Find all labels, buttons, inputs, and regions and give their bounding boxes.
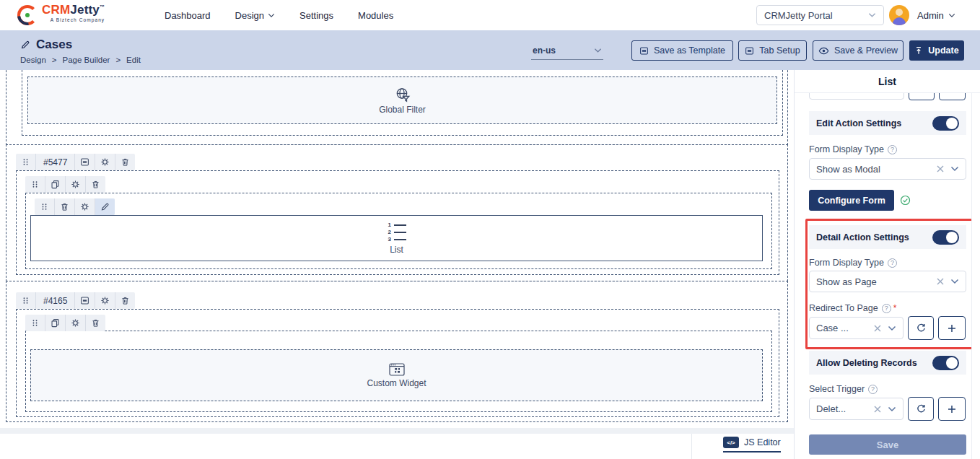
edit-title-pencil-icon[interactable] [20,40,30,50]
copy-icon [51,180,60,189]
refresh-pages-button[interactable] [908,316,934,340]
breadcrumb-separator: > [52,56,57,64]
refresh-icon [916,403,927,414]
crmjetty-logo-icon [17,5,38,25]
plus-icon [947,404,957,414]
chevron-down-icon[interactable] [888,406,896,412]
refresh-icon [916,323,927,333]
delete-column-button[interactable] [86,176,105,193]
redirect-to-page-select[interactable]: Case ... [809,317,904,339]
delete-widget-button[interactable] [55,198,75,215]
add-trigger-button[interactable] [938,397,966,421]
form-display-type-label: Form Display Type ? [809,144,897,154]
clear-icon[interactable] [873,405,882,414]
detail-action-settings-toggle[interactable] [932,230,959,245]
portal-select-value: CRMJetty Portal [764,10,868,21]
chevron-down-icon [594,48,602,53]
column-toolbar [25,176,105,193]
delete-block-button[interactable] [115,292,135,309]
pencil-icon [100,202,110,211]
column-settings-button[interactable] [66,176,86,193]
admin-menu[interactable]: Admin [917,0,955,30]
refresh-triggers-button[interactable] [908,397,934,421]
save-and-preview-button[interactable]: Save & Preview [813,40,904,61]
js-editor-button[interactable]: </> JS Editor [723,437,781,453]
select-trigger-select[interactable]: Delet... [809,398,904,420]
redirect-to-page-label: Redirect To Page ? * [809,303,896,313]
block-settings-button[interactable] [95,292,115,309]
nav-item-design[interactable]: Design [235,10,275,21]
drag-handle-icon[interactable] [16,292,36,309]
allow-deleting-records-toggle[interactable] [932,356,959,370]
breadcrumb: Design > Page Builder > Edit [20,56,141,64]
plus-icon [947,323,957,333]
form-display-type-label: Form Display Type ? [809,258,897,268]
panel-scrollbar[interactable] [971,70,980,459]
tab-setup-button[interactable]: Tab Setup [738,40,807,61]
save-block-button[interactable] [75,154,95,170]
widget-toolbar [35,198,115,215]
global-filter-widget[interactable]: Global Filter [27,76,777,124]
clear-icon[interactable] [873,324,882,333]
save-button[interactable]: Save [809,434,966,455]
configure-form-button[interactable]: Configure Form [809,190,894,211]
nav-item-settings[interactable]: Settings [299,10,333,21]
breadcrumb-design[interactable]: Design [20,56,46,64]
locale-value: en-us [533,45,556,56]
save-icon [639,46,649,56]
clear-icon[interactable] [936,277,945,286]
crmjetty-logo[interactable]: CRMJetty™ A Biztech Company [17,4,105,25]
nav-item-modules[interactable]: Modules [358,10,393,21]
edit-action-settings-toggle[interactable] [932,116,959,131]
nav-item-dashboard[interactable]: Dashboard [165,10,211,21]
form-display-type-select[interactable]: Show as Modal [809,158,966,180]
help-icon: ? [882,304,891,313]
chevron-down-icon[interactable] [950,166,959,172]
column-settings-button[interactable] [66,315,86,331]
delete-block-button[interactable] [115,154,135,170]
block-settings-button[interactable] [95,154,115,170]
copy-column-button[interactable] [45,176,66,193]
copy-column-button[interactable] [45,315,66,331]
upload-icon [914,46,923,55]
page-title: Cases [36,38,72,52]
trash-icon [121,296,130,305]
gear-icon [71,318,80,328]
breadcrumb-page-builder[interactable]: Page Builder [63,56,110,64]
list-widget[interactable]: 1 2 3 List [30,215,763,261]
admin-label: Admin [917,10,944,21]
canvas-footer-band [0,428,794,434]
chevron-down-icon[interactable] [950,279,959,284]
required-asterisk: * [893,303,897,313]
list-widget-label: List [390,245,403,255]
locale-select[interactable]: en-us [531,41,603,60]
save-as-template-button[interactable]: Save as Template [631,40,733,61]
clear-icon[interactable] [936,165,945,173]
user-avatar[interactable] [889,5,909,25]
add-page-button[interactable] [938,316,966,340]
help-icon: ? [888,258,897,268]
trash-icon [91,318,100,328]
update-button[interactable]: Update [909,40,964,61]
panel-title: List [795,70,980,93]
page-builder-canvas: Global Filter #5477 1 [0,70,794,459]
global-filter-label: Global Filter [379,105,426,115]
custom-widget[interactable]: Custom Widget [30,349,763,401]
trash-icon [91,180,100,189]
drag-handle-icon[interactable] [25,315,45,331]
delete-column-button[interactable] [86,315,105,331]
chevron-down-icon[interactable] [888,325,896,331]
drag-handle-icon[interactable] [16,154,36,170]
column-toolbar [25,315,105,331]
detail-form-display-select[interactable]: Show as Page [809,271,966,292]
avatar-person-icon [896,9,903,16]
portal-select[interactable]: CRMJetty Portal [756,5,884,25]
brand-name: CRMJetty™ [42,3,105,17]
save-block-button[interactable] [75,292,95,309]
drag-handle-icon[interactable] [35,198,55,215]
edit-action-settings-row: Edit Action Settings [809,111,966,135]
widget-settings-button[interactable] [75,198,95,215]
drag-handle-icon[interactable] [25,176,45,193]
trash-icon [121,157,130,167]
edit-widget-button[interactable] [95,198,115,215]
